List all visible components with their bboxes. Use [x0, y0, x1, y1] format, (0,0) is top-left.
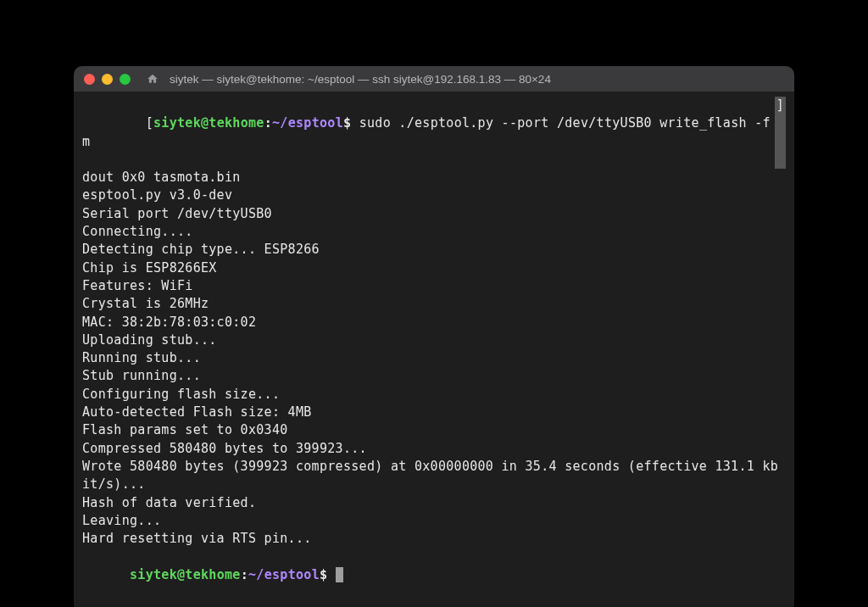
output-line: Connecting.... [82, 223, 786, 241]
traffic-lights [84, 74, 131, 85]
output-line: Stub running... [82, 367, 786, 385]
terminal-window: siytek — siytek@tekhome: ~/esptool — ssh… [74, 66, 794, 607]
output-line: Hard resetting via RTS pin... [82, 530, 786, 548]
output-line: Features: WiFi [82, 277, 786, 295]
output-line: MAC: 38:2b:78:03:c0:02 [82, 314, 786, 331]
minimize-button[interactable] [102, 74, 113, 85]
prompt-symbol: $ [320, 567, 327, 582]
home-icon [146, 72, 159, 86]
cursor [336, 567, 343, 582]
prompt-separator: : [264, 115, 272, 131]
close-button[interactable] [84, 74, 95, 85]
output-line: Chip is ESP8266EX [82, 259, 786, 277]
prompt-path: ~/esptool [272, 115, 343, 131]
prompt-user-host: siytek@tekhome [130, 567, 241, 582]
output-line: Detecting chip type... ESP8266 [82, 241, 786, 259]
output-line: Running stub... [82, 349, 786, 367]
output-line: Compressed 580480 bytes to 399923... [82, 440, 786, 458]
prompt-user-host: siytek@tekhome [153, 115, 264, 131]
output-line: esptool.py v3.0-dev [82, 187, 786, 204]
output-line: Flash params set to 0x0340 [82, 421, 786, 439]
output-line: Leaving... [82, 512, 786, 530]
titlebar[interactable]: siytek — siytek@tekhome: ~/esptool — ssh… [74, 66, 794, 92]
output-line: Serial port /dev/ttyUSB0 [82, 205, 786, 223]
window-title: siytek — siytek@tekhome: ~/esptool — ssh… [170, 73, 551, 86]
command-continuation: dout 0x0 tasmota.bin [82, 169, 786, 187]
output-line: Auto-detected Flash size: 4MB [82, 404, 786, 421]
output-line: Uploading stub... [82, 331, 786, 349]
prompt-line: [siytek@tekhome:~/esptool$ sudo ./esptoo… [82, 97, 786, 169]
prompt-symbol: $ [343, 115, 351, 131]
prompt-line-2: siytek@tekhome:~/esptool$ [82, 548, 786, 602]
output-line: Wrote 580480 bytes (399923 compressed) a… [82, 458, 786, 494]
prompt-path: ~/esptool [248, 567, 320, 582]
terminal-body[interactable]: [siytek@tekhome:~/esptool$ sudo ./esptoo… [74, 92, 794, 607]
open-bracket: [ [146, 115, 153, 131]
output-line: Hash of data verified. [82, 494, 786, 512]
output-line: Crystal is 26MHz [82, 295, 786, 313]
maximize-button[interactable] [120, 74, 131, 85]
output-line: Configuring flash size... [82, 386, 786, 404]
prompt-separator: : [241, 567, 248, 582]
scroll-indicator: ] [775, 97, 786, 169]
